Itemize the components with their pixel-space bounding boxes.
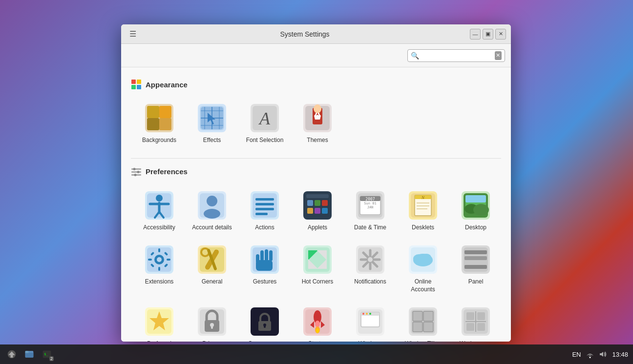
svg-point-47 <box>207 196 217 206</box>
search-input[interactable] <box>421 52 493 59</box>
themes-icon <box>302 102 333 134</box>
svg-point-181 <box>590 357 591 358</box>
svg-point-152 <box>316 328 319 333</box>
svg-rect-104 <box>260 250 264 261</box>
desktop-item[interactable]: Desktop <box>451 185 500 236</box>
svg-text:N: N <box>421 195 425 200</box>
hot-corners-item[interactable]: Hot Corners <box>293 239 342 297</box>
account-details-item[interactable]: Account details <box>188 185 236 236</box>
search-clear-button[interactable]: ✕ <box>495 51 502 60</box>
network-icon <box>586 350 594 359</box>
window-title: System Settings <box>140 30 470 38</box>
svg-rect-59 <box>315 200 320 206</box>
hot-corners-icon <box>302 244 333 275</box>
window-tiling-item[interactable]: Window Tiling <box>399 301 447 342</box>
svg-rect-1 <box>137 80 141 84</box>
svg-rect-32 <box>131 168 141 170</box>
date-time-label: Date & Time <box>354 224 386 232</box>
svg-rect-0 <box>131 80 136 84</box>
startup-applications-item[interactable]: Startup Applications <box>293 301 342 342</box>
svg-rect-7 <box>159 106 171 118</box>
general-label: General <box>202 278 223 286</box>
svg-rect-108 <box>256 260 273 271</box>
date-time-item[interactable]: 2007 Sun 01 JAN Date & Time <box>346 185 395 236</box>
minimize-button[interactable]: — <box>470 29 481 40</box>
svg-rect-170 <box>466 312 474 320</box>
windows-label: Windows <box>359 340 382 342</box>
svg-rect-6 <box>147 106 159 118</box>
online-accounts-item[interactable]: Online Accounts <box>399 239 447 297</box>
system-settings-window: ☰ System Settings — ▣ ✕ 🔍 ✕ Appearance <box>121 24 511 342</box>
menu-button[interactable]: ☰ <box>126 27 140 41</box>
svg-rect-92 <box>167 259 170 261</box>
general-item[interactable]: General <box>188 239 236 297</box>
effects-icon <box>196 102 228 134</box>
windows-item[interactable]: Windows <box>346 301 395 342</box>
svg-text:A: A <box>258 109 271 128</box>
workspaces-item[interactable]: Workspaces <box>451 301 500 342</box>
svg-rect-89 <box>158 248 160 252</box>
svg-rect-130 <box>464 256 487 260</box>
workspaces-icon <box>460 306 491 337</box>
svg-text:$_: $_ <box>44 352 48 356</box>
svg-marker-182 <box>600 352 603 357</box>
accessibility-item[interactable]: Accessibility <box>135 185 184 236</box>
svg-text:2007: 2007 <box>365 197 375 202</box>
window-controls: — ▣ ✕ <box>470 29 506 40</box>
online-accounts-icon <box>407 244 439 275</box>
maximize-button[interactable]: ▣ <box>483 29 493 40</box>
effects-item[interactable]: Effects <box>188 98 236 148</box>
actions-item[interactable]: Actions <box>240 185 289 236</box>
hot-corners-label: Hot Corners <box>302 278 334 286</box>
search-box: 🔍 ✕ <box>407 49 505 62</box>
desklets-item[interactable]: N Desklets <box>399 185 447 236</box>
preferred-applications-item[interactable]: Preferred Applications <box>135 301 184 342</box>
svg-point-36 <box>137 171 140 173</box>
backgrounds-item[interactable]: Backgrounds <box>135 98 184 148</box>
close-button[interactable]: ✕ <box>495 29 506 40</box>
svg-rect-62 <box>315 208 320 214</box>
taskbar-files-icon[interactable] <box>21 346 37 362</box>
svg-point-157 <box>362 313 364 315</box>
screensaver-item[interactable]: Screensaver <box>240 301 289 342</box>
workspaces-label: Workspaces <box>460 340 492 342</box>
svg-rect-162 <box>413 311 422 321</box>
svg-point-150 <box>315 321 320 327</box>
font-selection-item[interactable]: A Font Selection <box>240 98 289 148</box>
svg-rect-57 <box>306 194 329 198</box>
svg-point-121 <box>368 257 373 262</box>
taskbar-terminal-icon[interactable]: $_ 2 <box>39 346 55 362</box>
svg-rect-53 <box>255 208 274 210</box>
themes-item[interactable]: Themes <box>293 98 342 148</box>
search-icon: 🔍 <box>411 52 419 60</box>
taskbar-time: 13:48 <box>611 351 629 358</box>
svg-point-88 <box>157 257 162 262</box>
extensions-item[interactable]: Extensions <box>135 239 184 297</box>
svg-rect-173 <box>477 323 485 331</box>
svg-rect-105 <box>265 249 268 261</box>
toolbar: 🔍 ✕ <box>121 44 511 67</box>
online-accounts-label: Online Accounts <box>402 278 443 293</box>
svg-rect-54 <box>255 213 268 215</box>
svg-rect-60 <box>322 200 328 206</box>
gestures-item[interactable]: Gestures <box>240 239 289 297</box>
taskbar-lang: EN <box>571 351 582 358</box>
date-time-icon: 2007 Sun 01 JAN <box>355 190 386 221</box>
svg-point-37 <box>134 174 137 176</box>
svg-rect-106 <box>269 250 273 261</box>
applets-item[interactable]: Applets <box>293 185 342 236</box>
svg-rect-8 <box>147 118 159 130</box>
notifications-label: Notifications <box>354 278 386 286</box>
svg-rect-33 <box>131 171 141 173</box>
svg-rect-90 <box>158 267 160 271</box>
privacy-item[interactable]: Privacy <box>188 301 236 342</box>
applets-icon <box>302 190 333 221</box>
taskbar-home-icon[interactable] <box>4 346 20 362</box>
svg-rect-3 <box>137 85 141 89</box>
svg-rect-178 <box>25 351 29 353</box>
notifications-item[interactable]: Notifications <box>346 239 395 297</box>
font-selection-label: Font Selection <box>246 137 284 144</box>
panel-item[interactable]: Panel <box>451 239 500 297</box>
titlebar: ☰ System Settings — ▣ ✕ <box>121 24 511 44</box>
privacy-label: Privacy <box>202 340 221 342</box>
